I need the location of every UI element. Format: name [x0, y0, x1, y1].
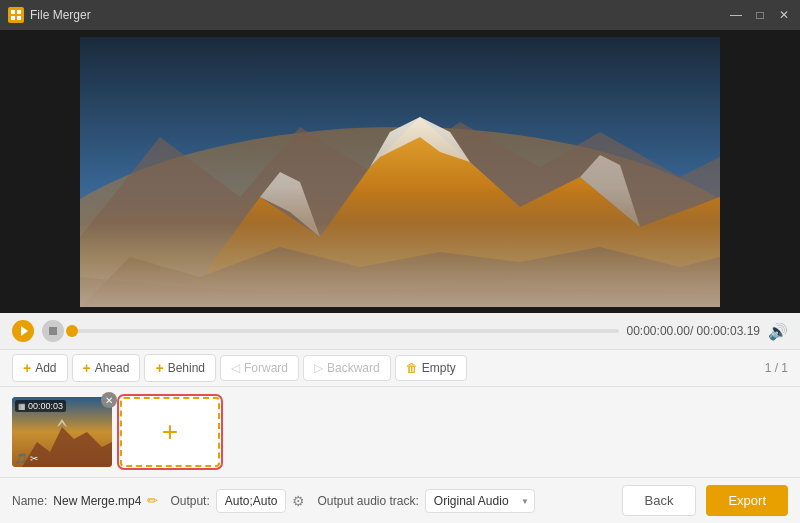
output-value: Auto;Auto	[216, 489, 287, 513]
file-name-section: Name: New Merge.mp4 ✏	[12, 493, 158, 508]
add-clip-button[interactable]: +	[120, 397, 220, 467]
behind-button[interactable]: + Behind	[144, 354, 216, 382]
export-button[interactable]: Export	[706, 485, 788, 516]
bottom-bar: Name: New Merge.mp4 ✏ Output: Auto;Auto …	[0, 477, 800, 523]
clip-time: ▦ 00:00:03	[15, 400, 66, 412]
svg-rect-1	[17, 10, 21, 14]
current-time: 00:00:00.00	[627, 324, 690, 338]
progress-bar[interactable]	[72, 329, 619, 333]
behind-label: Behind	[168, 361, 205, 375]
trash-icon: 🗑	[406, 361, 418, 375]
bottom-actions: Back Export	[622, 485, 788, 516]
time-display: 00:00:00.00/ 00:00:03.19	[627, 324, 760, 338]
clip-icons: 🎵 ✂	[15, 453, 38, 464]
forward-button[interactable]: ◁ Forward	[220, 355, 299, 381]
output-section: Output: Auto;Auto ⚙	[170, 489, 305, 513]
scissors-icon: ✂	[30, 453, 38, 464]
audio-label: Output audio track:	[317, 494, 418, 508]
stop-icon	[49, 327, 57, 335]
gear-icon[interactable]: ⚙	[292, 493, 305, 509]
backward-icon: ▷	[314, 361, 323, 375]
audio-select-wrapper[interactable]: Original Audio	[425, 489, 535, 513]
forward-icon: ◁	[231, 361, 240, 375]
audio-select[interactable]: Original Audio	[425, 489, 535, 513]
ahead-plus-icon: +	[83, 360, 91, 376]
behind-plus-icon: +	[155, 360, 163, 376]
add-button[interactable]: + Add	[12, 354, 68, 382]
svg-marker-11	[80, 247, 720, 307]
add-plus-icon: +	[23, 360, 31, 376]
minimize-button[interactable]: —	[728, 8, 744, 22]
backward-label: Backward	[327, 361, 380, 375]
window-controls: — □ ✕	[728, 8, 792, 22]
clip-close-button[interactable]: ✕	[101, 392, 117, 408]
svg-rect-2	[11, 16, 15, 20]
edit-icon[interactable]: ✏	[147, 493, 158, 508]
maximize-button[interactable]: □	[752, 8, 768, 22]
audio-section: Output audio track: Original Audio	[317, 489, 534, 513]
svg-marker-12	[80, 277, 720, 307]
svg-rect-3	[17, 16, 21, 20]
page-count: 1 / 1	[765, 361, 788, 375]
ahead-button[interactable]: + Ahead	[72, 354, 141, 382]
name-value: New Merge.mp4	[53, 494, 141, 508]
empty-label: Empty	[422, 361, 456, 375]
total-time: 00:00:03.19	[697, 324, 760, 338]
toolbar: + Add + Ahead + Behind ◁ Forward ▷ Backw…	[0, 349, 800, 387]
app-icon	[8, 7, 24, 23]
play-button[interactable]	[12, 320, 34, 342]
add-label: Add	[35, 361, 56, 375]
progress-thumb[interactable]	[66, 325, 78, 337]
svg-rect-0	[11, 10, 15, 14]
timeline-controls: 00:00:00.00/ 00:00:03.19 🔊	[0, 313, 800, 349]
app-title: File Merger	[30, 8, 728, 22]
clips-area: ▦ 00:00:03 🎵 ✂ ✕ +	[0, 387, 800, 477]
clip-item: ▦ 00:00:03 🎵 ✂ ✕	[12, 397, 112, 467]
play-icon	[21, 326, 28, 336]
output-label: Output:	[170, 494, 209, 508]
video-preview	[80, 37, 720, 307]
close-button[interactable]: ✕	[776, 8, 792, 22]
clip-duration: 00:00:03	[28, 401, 63, 411]
volume-icon[interactable]: 🔊	[768, 322, 788, 341]
empty-button[interactable]: 🗑 Empty	[395, 355, 467, 381]
backward-button[interactable]: ▷ Backward	[303, 355, 391, 381]
audio-icon: 🎵	[15, 453, 27, 464]
forward-label: Forward	[244, 361, 288, 375]
titlebar: File Merger — □ ✕	[0, 0, 800, 30]
back-button[interactable]: Back	[622, 485, 697, 516]
video-preview-area	[0, 30, 800, 313]
name-label: Name:	[12, 494, 47, 508]
add-clip-plus-icon: +	[162, 418, 178, 446]
ahead-label: Ahead	[95, 361, 130, 375]
stop-button[interactable]	[42, 320, 64, 342]
